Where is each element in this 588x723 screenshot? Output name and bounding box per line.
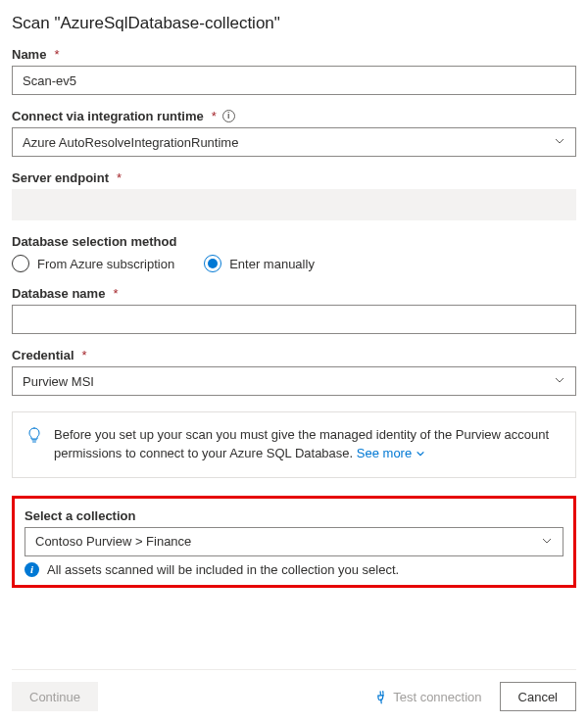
credential-label: Credential*	[12, 348, 576, 362]
credential-select[interactable]: Purview MSI	[12, 366, 576, 396]
selection-method-label: Database selection method	[12, 234, 576, 249]
lightbulb-icon	[26, 427, 42, 443]
test-connection-label: Test connection	[393, 690, 481, 704]
cancel-button[interactable]: Cancel	[500, 682, 576, 711]
chevron-down-icon	[541, 535, 553, 549]
permissions-message: Before you set up your scan you must giv…	[12, 411, 576, 478]
runtime-select[interactable]: Azure AutoResolveIntegrationRuntime	[12, 127, 576, 157]
continue-button: Continue	[12, 682, 98, 711]
collection-label: Select a collection	[24, 508, 564, 523]
info-icon[interactable]: i	[222, 110, 235, 122]
collection-value: Contoso Purview > Finance	[35, 534, 191, 549]
see-more-link[interactable]: See more	[357, 446, 425, 460]
runtime-value: Azure AutoResolveIntegrationRuntime	[23, 135, 238, 150]
endpoint-label: Server endpoint*	[12, 170, 576, 185]
runtime-label: Connect via integration runtime* i	[12, 109, 576, 123]
database-name-label: Database name*	[12, 286, 576, 301]
name-input[interactable]	[12, 66, 576, 95]
radio-subscription-label: From Azure subscription	[37, 257, 174, 271]
credential-value: Purview MSI	[23, 374, 94, 389]
collection-hint: All assets scanned will be included in t…	[47, 562, 399, 577]
chevron-down-icon	[554, 135, 565, 149]
collection-select[interactable]: Contoso Purview > Finance	[24, 527, 564, 556]
endpoint-input[interactable]	[12, 189, 576, 220]
plug-icon	[368, 685, 391, 707]
radio-manual-label: Enter manually	[229, 257, 315, 271]
page-title: Scan "AzureSqlDatabase-collection"	[12, 14, 576, 33]
name-label: Name*	[12, 47, 576, 62]
info-icon: i	[24, 562, 39, 577]
test-connection-link[interactable]: Test connection	[372, 688, 481, 705]
message-text: Before you set up your scan you must giv…	[54, 427, 549, 460]
radio-from-subscription[interactable]: From Azure subscription	[12, 255, 174, 272]
database-name-input[interactable]	[12, 305, 576, 334]
radio-enter-manually[interactable]: Enter manually	[204, 255, 315, 272]
footer: Continue Test connection Cancel	[12, 669, 576, 711]
collection-section-highlight: Select a collection Contoso Purview > Fi…	[12, 496, 576, 588]
chevron-down-icon	[554, 374, 565, 388]
